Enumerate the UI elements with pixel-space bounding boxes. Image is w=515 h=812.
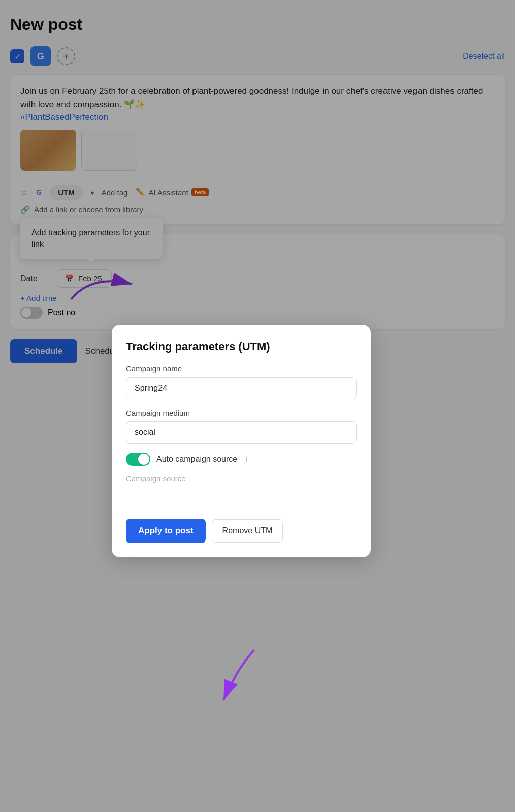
apply-arrow — [203, 645, 279, 710]
auto-campaign-toggle-row: Auto campaign source i — [126, 453, 357, 466]
apply-to-post-button[interactable]: Apply to post — [126, 519, 206, 543]
campaign-name-label: Campaign name — [126, 364, 357, 373]
utm-modal: Tracking parameters (UTM) Campaign name … — [112, 325, 371, 557]
campaign-medium-label: Campaign medium — [126, 409, 357, 417]
campaign-medium-input[interactable] — [126, 421, 357, 444]
auto-campaign-label: Auto campaign source — [156, 455, 237, 464]
auto-campaign-toggle[interactable] — [126, 453, 150, 466]
remove-utm-button[interactable]: Remove UTM — [212, 519, 283, 543]
campaign-name-input[interactable] — [126, 377, 357, 399]
campaign-source-input[interactable] — [126, 487, 357, 506]
modal-actions: Apply to post Remove UTM — [126, 519, 357, 543]
info-icon: i — [245, 455, 247, 464]
modal-title: Tracking parameters (UTM) — [126, 340, 357, 353]
campaign-source-label: Campaign source — [126, 474, 357, 483]
